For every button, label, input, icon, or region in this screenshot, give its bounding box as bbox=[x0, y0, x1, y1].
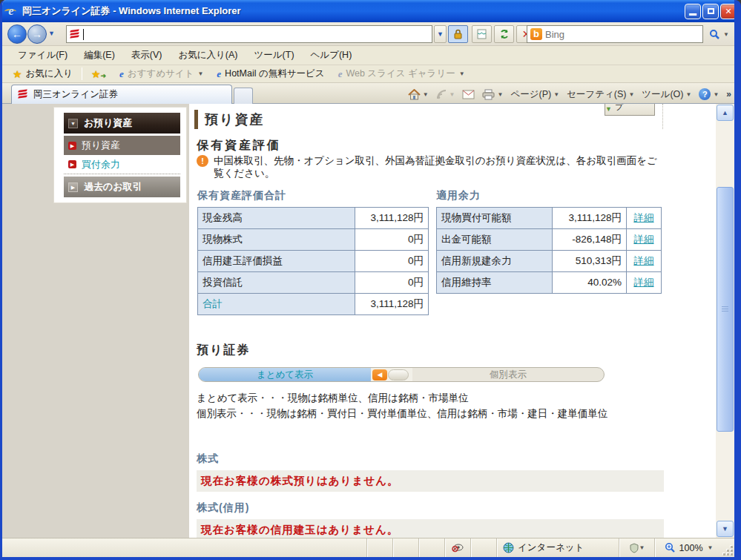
window-border bbox=[0, 557, 741, 560]
toggle-knob[interactable]: ◀ bbox=[371, 368, 412, 381]
sidebar-section-past-transactions[interactable]: ▶ 過去のお取引 bbox=[64, 177, 180, 197]
internet-globe-icon bbox=[503, 542, 514, 553]
site-favicon bbox=[18, 90, 29, 99]
sidebar: ▼ お預り資産 ▶ 預り資産 ▶ 買付余力 ▶ 過去のお取引 bbox=[54, 108, 186, 202]
search-input[interactable] bbox=[545, 29, 699, 40]
favorites-button[interactable]: ★ お気に入り bbox=[8, 66, 77, 82]
maximize-button[interactable] bbox=[702, 4, 719, 19]
search-options-dropdown-icon[interactable]: ▼ bbox=[723, 31, 729, 38]
menu-help[interactable]: ヘルプ(H) bbox=[303, 47, 360, 64]
chevron-down-icon: ▼ bbox=[68, 119, 78, 128]
sidebar-item-buying-power[interactable]: ▶ 買付余力 bbox=[64, 155, 180, 174]
menu-bar: ファイル(F) 編集(E) 表示(V) お気に入り(A) ツール(T) ヘルプ(… bbox=[2, 46, 734, 65]
scrollbar-thumb[interactable] bbox=[717, 187, 734, 432]
add-to-favorites-bar-button[interactable]: ★➜ bbox=[87, 67, 111, 82]
site-favicon bbox=[70, 30, 81, 39]
toggle-grouped-view[interactable]: まとめて表示 bbox=[199, 368, 371, 381]
asset-valuation-table: 現金残高 3,111,128円 現物株式 0円 信用建玉評価損益 0円 投資信託… bbox=[197, 207, 429, 315]
dotted-separator bbox=[662, 104, 663, 129]
table-row: 投資信託 0円 bbox=[198, 272, 429, 294]
detail-link[interactable]: 詳細 bbox=[634, 277, 654, 288]
chevron-down-icon: ▼ bbox=[553, 91, 559, 98]
browser-window: e 岡三オンライン証券 - Windows Internet Explorer … bbox=[0, 0, 741, 560]
table-row: 信用建玉評価損益 0円 bbox=[198, 251, 429, 272]
hotmail-link[interactable]: e HotMail の無料サービス bbox=[212, 66, 329, 82]
screen-help-button[interactable]: ▼ 画面ヘルプ bbox=[605, 104, 655, 116]
description-line: まとめて表示・・・現物は銘柄単位、信用は銘柄・市場単位 bbox=[197, 390, 680, 406]
compatibility-view-icon[interactable] bbox=[472, 25, 492, 43]
display-mode-toggle: まとめて表示 ◀ 個別表示 bbox=[198, 367, 605, 382]
address-input[interactable] bbox=[84, 27, 429, 41]
table-row: 現物買付可能額 3,111,128円 詳細 bbox=[437, 208, 662, 229]
search-magnifier-icon[interactable] bbox=[706, 26, 722, 42]
address-dropdown-icon[interactable]: ▼ bbox=[434, 25, 447, 43]
asset-valuation-column: 保有資産評価合計 現金残高 3,111,128円 現物株式 0円 信用建玉評価損… bbox=[197, 189, 429, 315]
margin-stock-notice-band: 現在お客様の信用建玉はありません。 bbox=[197, 519, 664, 538]
chevron-down-icon: ▼ bbox=[713, 91, 719, 98]
window-title: 岡三オンライン証券 - Windows Internet Explorer bbox=[22, 4, 683, 18]
read-mail-button[interactable] bbox=[462, 90, 475, 99]
scroll-down-icon[interactable]: ▼ bbox=[717, 521, 734, 537]
print-button[interactable]: ▼ bbox=[482, 89, 503, 100]
favorites-bar: ★ お気に入り ★➜ e おすすめサイト ▼ e HotMail の無料サービス… bbox=[2, 65, 734, 83]
menu-edit[interactable]: 編集(E) bbox=[76, 47, 123, 64]
margin-table-title: 適用余力 bbox=[436, 189, 662, 202]
recent-pages-dropdown-icon[interactable]: ▼ bbox=[48, 30, 55, 37]
menu-file[interactable]: ファイル(F) bbox=[10, 47, 76, 64]
safety-menu-button[interactable]: セーフティ(S)▼ bbox=[567, 88, 634, 101]
menu-tools[interactable]: ツール(T) bbox=[246, 47, 303, 64]
zoom-magnifier-icon bbox=[665, 542, 676, 553]
forward-button[interactable]: → bbox=[27, 24, 47, 44]
main-content: ▼ 画面ヘルプ 預り資産 保有資産評価 ! 中国株取引、先物・オプション取引、外… bbox=[189, 104, 716, 538]
web-slice-gallery-button[interactable]: e Web スライス ギャラリー ▼ bbox=[334, 66, 470, 82]
title-bar: e 岡三オンライン証券 - Windows Internet Explorer … bbox=[0, 0, 741, 22]
address-bar[interactable] bbox=[66, 25, 432, 43]
help-button[interactable]: ? ▼ bbox=[699, 88, 719, 100]
search-box[interactable]: b bbox=[527, 25, 703, 43]
tools-menu-button[interactable]: ツール(O)▼ bbox=[642, 88, 691, 101]
ie-icon: e bbox=[338, 68, 343, 80]
ie-icon: e bbox=[119, 68, 124, 80]
zoom-control[interactable]: 100% ▼ bbox=[654, 538, 722, 557]
warning-icon: ! bbox=[197, 155, 208, 167]
back-button[interactable]: ← bbox=[7, 24, 27, 44]
protected-mode-cell[interactable]: ▼ bbox=[619, 538, 654, 557]
home-button[interactable]: ▼ bbox=[408, 89, 429, 100]
suggested-sites-button[interactable]: e おすすめサイト ▼ bbox=[115, 66, 208, 82]
close-button[interactable]: ✕ bbox=[720, 4, 737, 19]
zone-label: インターネット bbox=[518, 541, 584, 554]
rss-icon bbox=[436, 89, 447, 100]
toolbar-overflow-icon[interactable]: » bbox=[726, 89, 731, 99]
ie-icon: e bbox=[217, 68, 221, 80]
detail-link[interactable]: 詳細 bbox=[634, 234, 654, 245]
star-add-icon: ★➜ bbox=[91, 68, 106, 80]
protected-mode-icon bbox=[629, 543, 639, 553]
refresh-icon[interactable] bbox=[494, 25, 514, 43]
detail-link[interactable]: 詳細 bbox=[634, 255, 654, 266]
detail-link[interactable]: 詳細 bbox=[634, 212, 654, 223]
table-row: 信用維持率 40.02% 詳細 bbox=[437, 272, 662, 294]
status-cell bbox=[470, 538, 496, 557]
security-lock-icon[interactable] bbox=[448, 25, 468, 43]
new-tab-button[interactable] bbox=[234, 88, 253, 104]
minimize-button[interactable]: ▬ bbox=[685, 4, 701, 19]
menu-favorites[interactable]: お気に入り(A) bbox=[170, 47, 246, 64]
toggle-individual-view[interactable]: 個別表示 bbox=[412, 368, 604, 381]
zoom-level: 100% bbox=[679, 543, 703, 553]
tab-okasan[interactable]: 岡三オンライン証券 bbox=[11, 85, 232, 104]
menu-view[interactable]: 表示(V) bbox=[123, 47, 171, 64]
chevron-down-icon: ▼ bbox=[639, 544, 645, 551]
resize-grip[interactable] bbox=[722, 545, 734, 557]
sidebar-section-assets[interactable]: ▼ お預り資産 bbox=[64, 113, 180, 134]
status-cell bbox=[392, 538, 418, 557]
sidebar-item-deposited-assets[interactable]: ▶ 預り資産 bbox=[64, 136, 180, 155]
chevron-down-icon: ▼ bbox=[497, 91, 503, 98]
vertical-scrollbar[interactable]: ▲ ▼ bbox=[716, 104, 734, 538]
scroll-up-icon[interactable]: ▲ bbox=[717, 105, 734, 121]
table-total-row: 合計 3,111,128円 bbox=[198, 294, 429, 315]
page-menu-button[interactable]: ページ(P)▼ bbox=[510, 88, 559, 101]
margin-stock-notice: 現在お客様の信用建玉はありません。 bbox=[201, 523, 398, 537]
margin-stock-heading: 株式(信用) bbox=[197, 501, 249, 515]
toggle-slider bbox=[388, 369, 409, 381]
feeds-button[interactable]: ▼ bbox=[436, 89, 455, 100]
